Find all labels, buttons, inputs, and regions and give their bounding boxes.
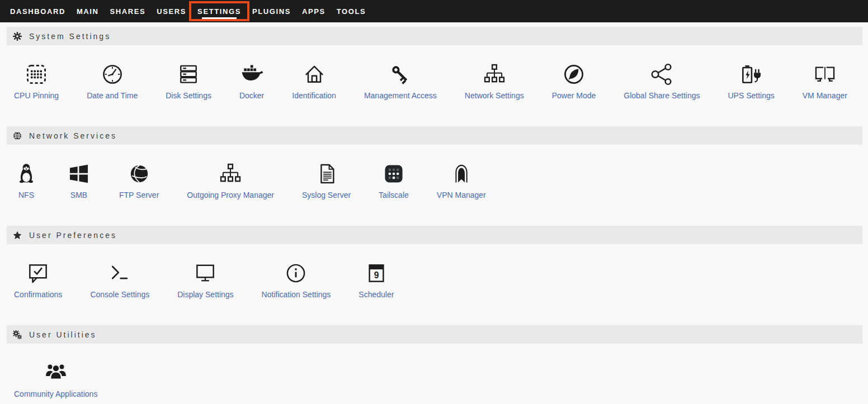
key-icon (388, 61, 413, 87)
windows-icon (67, 161, 91, 187)
dual-monitors-icon (813, 61, 837, 87)
globe-solid-icon (127, 161, 152, 187)
item-label: Console Settings (90, 290, 149, 299)
item-date-and-time[interactable]: Date and Time (73, 61, 152, 100)
item-management-access[interactable]: Management Access (350, 61, 451, 100)
nav-item-label: DASHBOARD (10, 7, 65, 16)
section-header-user-preferences: User Preferences (7, 226, 862, 244)
item-label: CPU Pinning (14, 91, 59, 100)
section-system-settings: System SettingsCPU PinningDate and TimeD… (0, 27, 868, 126)
item-scheduler[interactable]: 9Scheduler (345, 260, 408, 299)
chat-check-icon (26, 260, 50, 286)
item-community-applications[interactable]: Community Applications (0, 360, 111, 398)
nav-item-apps[interactable]: APPS (297, 0, 331, 22)
nav-item-dashboard[interactable]: DASHBOARD (5, 0, 70, 22)
item-label: Display Settings (177, 290, 233, 299)
vpn-arch-icon (449, 161, 474, 187)
nav-item-tools[interactable]: TOOLS (332, 0, 371, 22)
section-items: CPU PinningDate and TimeDisk SettingsDoc… (0, 45, 868, 100)
item-label: VM Manager (803, 91, 847, 100)
item-vm-manager[interactable]: VM Manager (789, 61, 861, 100)
battery-plug-icon (739, 61, 763, 87)
item-label: Docker (239, 91, 264, 100)
item-outgoing-proxy-manager[interactable]: Outgoing Proxy Manager (173, 161, 288, 199)
item-power-mode[interactable]: Power Mode (538, 61, 610, 100)
item-label: Power Mode (552, 91, 596, 100)
settings-page: System SettingsCPU PinningDate and TimeD… (0, 27, 868, 404)
item-label: FTP Server (119, 191, 159, 199)
section-items: NFSSMBFTP ServerOutgoing Proxy ManagerSy… (0, 145, 868, 199)
nav-item-shares[interactable]: SHARES (105, 0, 151, 22)
home-icon (302, 61, 327, 87)
nav-item-users[interactable]: USERS (152, 0, 191, 22)
section-user-preferences: User PreferencesConfirmationsConsole Set… (0, 226, 868, 325)
item-label: Notification Settings (262, 290, 331, 299)
section-title: System Settings (29, 32, 111, 41)
disk-stack-icon (176, 61, 201, 87)
item-label: Identification (292, 91, 336, 100)
item-global-share-settings[interactable]: Global Share Settings (610, 61, 714, 100)
item-label: Global Share Settings (624, 91, 700, 100)
nav-item-main[interactable]: MAIN (72, 0, 104, 22)
nav-item-label: USERS (157, 7, 186, 16)
item-label: VPN Manager (437, 191, 486, 199)
item-syslog-server[interactable]: Syslog Server (288, 161, 365, 199)
item-label: Scheduler (358, 290, 394, 299)
section-title: User Utilities (29, 330, 97, 339)
sitemap-icon (482, 61, 507, 87)
globe-icon (13, 131, 22, 140)
section-header-user-utilities: User Utilities (7, 325, 862, 344)
nav-item-label: APPS (302, 7, 326, 16)
item-ftp-server[interactable]: FTP Server (105, 161, 173, 199)
item-vpn-manager[interactable]: VPN Manager (423, 161, 500, 199)
section-items: Community Applications (0, 344, 868, 398)
item-confirmations[interactable]: Confirmations (0, 260, 76, 299)
people-group-icon (44, 360, 68, 386)
item-disk-settings[interactable]: Disk Settings (152, 61, 225, 100)
section-items: ConfirmationsConsole SettingsDisplay Set… (0, 244, 868, 299)
sitemap-icon (218, 161, 243, 187)
nav-item-plugins[interactable]: PLUGINS (247, 0, 296, 22)
item-nfs[interactable]: NFS (0, 161, 53, 199)
active-tab-underline (202, 17, 236, 19)
svg-text:9: 9 (374, 270, 379, 280)
item-label: SMB (70, 191, 87, 199)
nav-item-label: SETTINGS (197, 7, 241, 16)
cpu-pinning-icon (24, 61, 49, 87)
terminal-icon (107, 260, 132, 286)
item-smb[interactable]: SMB (53, 161, 105, 199)
item-label: Management Access (364, 91, 437, 100)
section-network-services: Network ServicesNFSSMBFTP ServerOutgoing… (0, 126, 868, 226)
nav-item-label: TOOLS (337, 7, 366, 16)
nav-item-label: SHARES (110, 7, 146, 16)
tux-penguin-icon (14, 161, 39, 187)
item-label: Outgoing Proxy Manager (187, 191, 274, 199)
item-label: Date and Time (87, 91, 138, 100)
section-title: User Preferences (29, 231, 117, 240)
item-identification[interactable]: Identification (278, 61, 350, 100)
item-display-settings[interactable]: Display Settings (163, 260, 247, 299)
item-cpu-pinning[interactable]: CPU Pinning (0, 61, 73, 100)
item-ups-settings[interactable]: UPS Settings (714, 61, 788, 100)
item-label: Tailscale (379, 191, 409, 199)
item-label: NFS (18, 191, 34, 199)
item-label: Confirmations (14, 290, 62, 299)
item-label: Network Settings (465, 91, 524, 100)
document-icon (314, 161, 339, 187)
item-notification-settings[interactable]: Notification Settings (248, 260, 345, 299)
nav-item-settings[interactable]: SETTINGS (192, 0, 246, 22)
tailscale-icon (381, 161, 406, 187)
item-console-settings[interactable]: Console Settings (76, 260, 163, 299)
calendar-icon: 9 (364, 260, 389, 286)
section-header-network-services: Network Services (7, 126, 862, 145)
item-network-settings[interactable]: Network Settings (451, 61, 538, 100)
info-circle-icon (284, 260, 308, 286)
item-label: Community Applications (14, 389, 97, 398)
item-tailscale[interactable]: Tailscale (365, 161, 423, 199)
leaf-circle-icon (562, 61, 586, 87)
item-label: UPS Settings (728, 91, 774, 100)
item-docker[interactable]: Docker (225, 61, 278, 100)
section-user-utilities: User UtilitiesCommunity Applications (0, 325, 868, 404)
nav-item-label: PLUGINS (252, 7, 291, 16)
nav-item-label: MAIN (77, 7, 99, 16)
